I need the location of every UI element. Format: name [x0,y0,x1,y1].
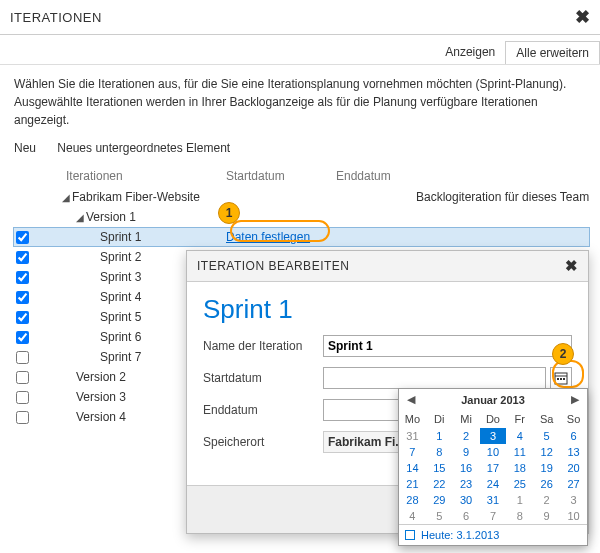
show-button[interactable]: Anzeigen [435,41,505,64]
calendar-day[interactable]: 27 [560,476,587,492]
calendar-day[interactable]: 28 [399,492,426,508]
row-checkbox[interactable] [16,251,29,264]
calendar-day[interactable]: 10 [480,444,507,460]
row-checkbox[interactable] [16,391,29,404]
calendar-day[interactable]: 20 [560,460,587,476]
calendar-day[interactable]: 11 [506,444,533,460]
caret-down-icon[interactable]: ◢ [76,212,86,223]
tree-label: Sprint 2 [100,250,141,264]
calendar-grid: MoDiMiDoFrSaSo 3112345678910111213141516… [399,410,587,524]
calendar-day[interactable]: 14 [399,460,426,476]
calendar-day[interactable]: 4 [506,428,533,444]
calendar-day[interactable]: 6 [453,508,480,524]
calendar-day[interactable]: 12 [533,444,560,460]
calendar-day[interactable]: 8 [506,508,533,524]
calendar-day[interactable]: 16 [453,460,480,476]
panel-title: ITERATION BEARBEITEN [197,259,349,273]
callout-ring-2 [552,360,584,388]
calendar-day[interactable]: 15 [426,460,453,476]
grid-header: Iterationen Startdatum Enddatum [14,165,600,187]
calendar-day[interactable]: 30 [453,492,480,508]
calendar-day[interactable]: 1 [506,492,533,508]
calendar-day[interactable]: 22 [426,476,453,492]
tree-label: Sprint 5 [100,310,141,324]
calendar-day[interactable]: 10 [560,508,587,524]
row-checkbox[interactable] [16,271,29,284]
calendar-day[interactable]: 17 [480,460,507,476]
calendar-month[interactable]: Januar 2013 [461,394,525,406]
action-menu: Neu Neues untergeordnetes Element [0,135,600,165]
calendar-day-header: Di [426,410,453,428]
row-checkbox[interactable] [16,331,29,344]
backlog-note: Backlogiteration für dieses Team [416,190,600,204]
calendar-day[interactable]: 6 [560,428,587,444]
calendar-day[interactable]: 8 [426,444,453,460]
row-checkbox[interactable] [16,371,29,384]
calendar-day[interactable]: 19 [533,460,560,476]
panel-heading: Sprint 1 [203,294,572,325]
tree-label: Version 4 [76,410,126,424]
callout-badge-2: 2 [552,343,574,365]
calendar-popup: ◀ Januar 2013 ▶ MoDiMiDoFrSaSo 311234567… [398,388,588,546]
callout-badge-1: 1 [218,202,240,224]
calendar-day[interactable]: 2 [453,428,480,444]
calendar-day[interactable]: 13 [560,444,587,460]
prev-month-button[interactable]: ◀ [405,393,417,406]
calendar-day[interactable]: 21 [399,476,426,492]
startdate-input[interactable] [323,367,546,389]
tree-label: Fabrikam Fiber-Website [72,190,200,204]
tree-label: Version 1 [86,210,136,224]
tree-label: Sprint 1 [100,230,141,244]
calendar-day-header: Mo [399,410,426,428]
tree-label: Sprint 3 [100,270,141,284]
row-checkbox[interactable] [16,411,29,424]
calendar-day[interactable]: 5 [426,508,453,524]
calendar-day[interactable]: 4 [399,508,426,524]
col-iterations: Iterationen [36,169,226,183]
view-toolbar: Anzeigen Alle erweitern [0,35,600,65]
calendar-day[interactable]: 9 [453,444,480,460]
calendar-day[interactable]: 23 [453,476,480,492]
calendar-day[interactable]: 9 [533,508,560,524]
calendar-day-header: Fr [506,410,533,428]
row-checkbox[interactable] [16,291,29,304]
calendar-day[interactable]: 25 [506,476,533,492]
today-link[interactable]: Heute: 3.1.2013 [421,529,499,541]
tree-label: Sprint 6 [100,330,141,344]
iteration-name-input[interactable] [323,335,572,357]
tree-label: Version 3 [76,390,126,404]
close-icon[interactable]: ✖ [565,257,579,275]
row-checkbox[interactable] [16,351,29,364]
calendar-day[interactable]: 29 [426,492,453,508]
tree-label: Sprint 7 [100,350,141,364]
startdate-label: Startdatum [203,371,323,385]
calendar-day[interactable]: 3 [480,428,507,444]
new-button[interactable]: Neu [14,141,36,155]
new-child-button[interactable]: Neues untergeordnetes Element [57,141,230,155]
row-checkbox[interactable] [16,311,29,324]
calendar-day[interactable]: 26 [533,476,560,492]
location-label: Speicherort [203,435,323,449]
calendar-day[interactable]: 2 [533,492,560,508]
calendar-day[interactable]: 31 [399,428,426,444]
calendar-day[interactable]: 3 [560,492,587,508]
close-icon[interactable]: ✖ [575,6,590,28]
calendar-day-header: So [560,410,587,428]
calendar-day[interactable]: 31 [480,492,507,508]
calendar-day[interactable]: 7 [399,444,426,460]
calendar-day[interactable]: 24 [480,476,507,492]
name-label: Name der Iteration [203,339,323,353]
row-checkbox[interactable] [16,231,29,244]
next-month-button[interactable]: ▶ [569,393,581,406]
calendar-day[interactable]: 5 [533,428,560,444]
tree-row-root: ◢Fabrikam Fiber-Website Backlogiteration… [14,187,600,207]
calendar-day[interactable]: 1 [426,428,453,444]
dialog-header: ITERATIONEN ✖ [0,0,600,35]
caret-down-icon[interactable]: ◢ [62,192,72,203]
col-startdate: Startdatum [226,169,336,183]
calendar-day[interactable]: 7 [480,508,507,524]
col-enddate: Enddatum [336,169,416,183]
expand-all-button[interactable]: Alle erweitern [505,41,600,64]
tree-label: Sprint 4 [100,290,141,304]
calendar-day[interactable]: 18 [506,460,533,476]
